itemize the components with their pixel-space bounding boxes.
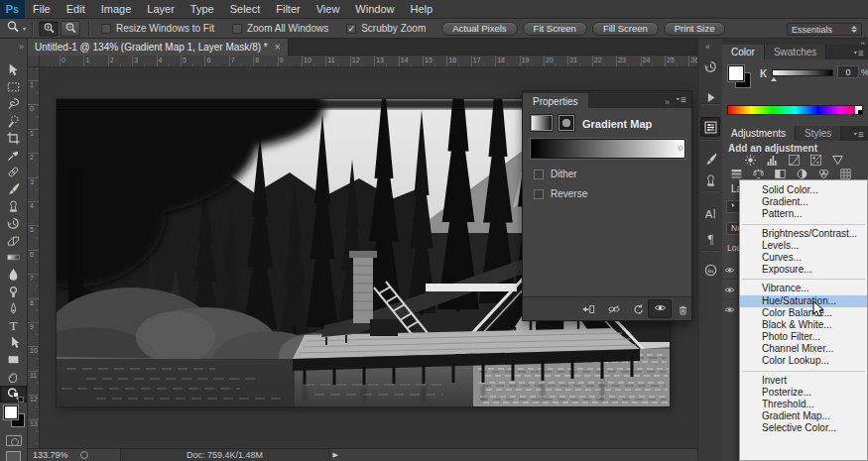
channel-mixer-adjustment-icon[interactable] [816,167,830,180]
move-tool[interactable] [0,61,27,78]
workspace-switcher[interactable]: Essentials [787,23,862,36]
menu-item-selective-color[interactable]: Selective Color... [740,422,867,434]
link-mask-icon[interactable] [606,302,622,316]
pen-tool[interactable] [0,300,27,317]
actions-panel-icon[interactable] [700,87,720,107]
actual-pixels-button[interactable]: Actual Pixels [441,22,517,36]
crop-tool[interactable] [0,130,27,147]
eraser-tool[interactable] [0,232,27,249]
menu-item-hue-saturation[interactable]: Hue/Saturation... [740,295,867,307]
menu-view[interactable]: View [309,0,348,19]
dodge-tool[interactable] [0,284,27,300]
checkbox-box[interactable] [534,170,544,179]
vibrance-adjustment-icon[interactable] [830,153,844,167]
gradient-picker-caret-icon[interactable]: ▾ [679,144,682,153]
status-menu-arrow-icon[interactable]: ▶ [333,451,338,459]
quick-mask-icon[interactable] [6,435,22,446]
menu-item-exposure[interactable]: Exposure... [740,264,867,276]
panel-menu-icon[interactable] [852,128,865,146]
menu-edit[interactable]: Edit [59,0,93,19]
menu-item-color-lookup[interactable]: Color Lookup... [740,355,867,367]
kuler-panel-icon[interactable]: ku [700,260,720,280]
menu-item-vibrance[interactable]: Vibrance... [740,283,867,294]
clone-stamp-tool[interactable] [0,198,27,215]
dither-checkbox[interactable]: Dither [534,169,577,179]
menu-filter[interactable]: Filter [268,0,308,19]
rectangle-shape-tool[interactable] [0,351,27,368]
print-size-button[interactable]: Print Size [664,22,726,36]
checkbox-box[interactable] [232,24,242,34]
checkbox-box[interactable] [534,189,544,199]
path-selection-tool[interactable] [0,334,27,351]
document-tab[interactable]: Untitled-1 @ 134% (Gradient Map 1, Layer… [28,39,289,56]
menu-layer[interactable]: Layer [139,0,183,19]
zoom-level-field[interactable]: 133.79% [33,450,68,460]
gradient-editor[interactable]: ▾ [531,139,685,159]
eye-icon[interactable] [722,281,738,299]
k-value-field[interactable]: 0 [837,65,859,78]
panel-menu-icon[interactable] [675,93,687,111]
photo-filter-adjustment-icon[interactable] [795,167,808,180]
tab-color[interactable]: Color [722,45,765,59]
menu-item-color-balance[interactable]: Color Balance... [740,307,867,319]
spot-healing-brush-tool[interactable] [0,164,27,180]
checkbox-box[interactable]: ✓ [346,24,356,34]
reverse-checkbox[interactable]: Reverse [534,188,587,199]
menu-item-solid-color[interactable]: Solid Color... [740,184,867,196]
menu-item-invert[interactable]: Invert [740,375,867,387]
color-spectrum-ramp[interactable] [727,105,863,115]
zoom-tool-preview[interactable]: ▾ [6,20,26,38]
color-lookup-adjustment-icon[interactable] [838,167,852,180]
menu-select[interactable]: Select [222,0,269,19]
history-panel-icon[interactable] [700,57,720,76]
tab-styles[interactable]: Styles [796,126,841,141]
fit-screen-button[interactable]: Fit Screen [523,22,587,36]
hue-saturation-adjustment-icon[interactable] [729,167,743,180]
eye-icon[interactable] [722,261,738,280]
zoom-all-windows-checkbox[interactable]: Zoom All Windows [232,23,328,34]
screen-mode-icon[interactable] [6,451,21,461]
menu-item-curves[interactable]: Curves... [740,252,867,264]
horizontal-type-tool[interactable]: T [0,317,27,334]
menu-image[interactable]: Image [93,0,140,19]
expand-dock-chevron[interactable]: « [705,42,709,52]
exposure-adjustment-icon[interactable] [808,153,822,167]
brightness-contrast-adjustment-icon[interactable] [743,153,757,167]
k-slider[interactable] [772,69,833,76]
menu-item-photo-filter[interactable]: Photo Filter... [740,331,867,343]
color-foreground-swatch[interactable] [728,65,744,81]
spectrum-black-swatch[interactable] [858,110,862,114]
blur-tool[interactable] [0,266,27,283]
clone-source-panel-icon[interactable] [700,171,720,190]
hand-tool[interactable] [0,369,27,386]
menu-item-threshold[interactable]: Threshold... [740,399,867,410]
levels-adjustment-icon[interactable] [765,153,779,167]
eye-icon[interactable] [722,300,738,313]
menu-item-gradient[interactable]: Gradient... [740,196,867,208]
tab-swatches[interactable]: Swatches [765,45,826,59]
paragraph-panel-icon[interactable]: ¶ [700,228,720,248]
tab-adjustments[interactable]: Adjustments [722,126,796,141]
properties-panel-icon[interactable] [700,117,720,137]
close-tab-icon[interactable]: × [275,42,281,53]
zoom-out-button[interactable] [61,21,80,37]
character-panel-icon[interactable]: A [700,203,720,223]
menu-window[interactable]: Window [347,0,402,19]
collapse-panel-chevron[interactable]: » [665,97,669,107]
visibility-toggle[interactable] [648,299,672,318]
black-white-adjustment-icon[interactable] [773,167,787,180]
gradient-map-thumbnail[interactable] [531,115,553,131]
k-slider-marker[interactable] [771,77,777,81]
collapse-toolbar-chevron[interactable]: » [19,42,23,52]
rectangular-marquee-tool[interactable] [0,78,27,95]
clip-to-layer-icon[interactable] [580,302,596,316]
foreground-color-swatch[interactable] [4,405,18,419]
scrubby-zoom-checkbox[interactable]: ✓Scrubby Zoom [346,23,426,34]
brush-tool[interactable] [0,180,27,197]
history-brush-tool[interactable] [0,215,27,232]
color-balance-adjustment-icon[interactable] [751,167,765,180]
default-colors-icon[interactable] [13,392,24,403]
brush-presets-panel-icon[interactable] [700,149,720,169]
layer-mask-thumbnail[interactable] [558,115,574,131]
menu-item-levels[interactable]: Levels... [740,240,867,252]
